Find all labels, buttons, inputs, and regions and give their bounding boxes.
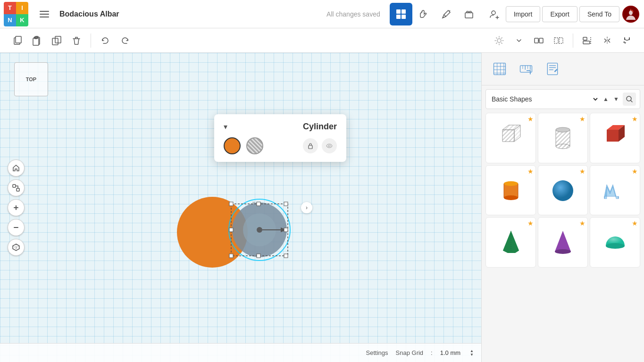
- group-btn[interactable]: [529, 31, 548, 50]
- svg-rect-45: [284, 202, 288, 206]
- tinkercad-logo[interactable]: T I N K: [4, 2, 28, 26]
- shape-star-6: ★: [632, 168, 638, 175]
- undo-btn[interactable]: [96, 31, 115, 50]
- svg-rect-18: [33, 38, 39, 45]
- sort-up-btn[interactable]: ▲: [601, 94, 611, 104]
- build-tool-btn[interactable]: [435, 3, 458, 25]
- duplicate-btn[interactable]: [47, 31, 66, 50]
- logo-t: T: [4, 2, 16, 14]
- user-avatar: [622, 6, 639, 23]
- shapes-grid: ★: [485, 113, 640, 268]
- visibility-btn[interactable]: [322, 138, 337, 153]
- shape-visual-7: [494, 226, 527, 259]
- svg-rect-48: [257, 202, 260, 206]
- svg-rect-6: [401, 15, 406, 19]
- snap-grid-value: 1.0 mm: [440, 349, 460, 356]
- shape-pyramid-green[interactable]: ★: [485, 217, 536, 268]
- user-avatar-area[interactable]: [621, 5, 640, 24]
- ungroup-btn[interactable]: [549, 31, 568, 50]
- shape-visual-6: [599, 174, 632, 207]
- project-name[interactable]: Bodacious Albar: [59, 10, 119, 18]
- snap-grid-label: Snap Grid: [396, 349, 424, 356]
- svg-rect-25: [554, 38, 558, 43]
- shape-sphere-teal[interactable]: ★: [538, 165, 588, 216]
- svg-marker-95: [503, 231, 519, 253]
- redo-btn[interactable]: [116, 31, 134, 50]
- canvas-shapes[interactable]: _: [165, 176, 316, 281]
- hamburger-menu[interactable]: [33, 3, 56, 25]
- svg-rect-49: [257, 254, 260, 258]
- hole-color-swatch[interactable]: [246, 137, 263, 154]
- mirror-btn[interactable]: [598, 31, 617, 50]
- sort-down-btn[interactable]: ▼: [611, 94, 621, 104]
- 3d-view-btn[interactable]: [8, 239, 25, 256]
- grid-view-btn[interactable]: [390, 3, 412, 25]
- svg-point-40: [257, 227, 262, 233]
- view-tools: [490, 31, 636, 50]
- canvas-area[interactable]: TOP: [0, 53, 481, 362]
- light-btn[interactable]: [490, 31, 509, 50]
- svg-rect-28: [583, 41, 590, 44]
- more-shapes-arrow[interactable]: ›: [301, 202, 312, 213]
- solid-color-swatch[interactable]: [224, 137, 241, 154]
- right-panel: Basic Shapes ▲ ▼ ★: [481, 53, 644, 362]
- shape-text-3d[interactable]: ★: [590, 165, 640, 216]
- view-cube[interactable]: TOP: [14, 62, 52, 100]
- top-navigation: T I N K Bodacious Albar All changes save…: [0, 0, 644, 28]
- svg-rect-7: [465, 13, 473, 18]
- shape-box-stripes[interactable]: ★: [485, 113, 536, 163]
- notes-btn[interactable]: [540, 57, 565, 81]
- left-controls: [8, 160, 25, 256]
- toolbar-sep-2: [573, 34, 573, 48]
- shape-cylinder-orange[interactable]: ★: [485, 165, 536, 216]
- add-user-btn[interactable]: [484, 3, 504, 25]
- shape-cone-purple[interactable]: ★: [538, 217, 588, 268]
- svg-rect-1: [40, 14, 49, 15]
- snap-grid-stepper[interactable]: ▲ ▼: [470, 349, 474, 357]
- shape-star-1: ★: [527, 115, 534, 123]
- svg-point-22: [497, 39, 501, 42]
- main-content: TOP: [0, 53, 644, 362]
- shape-cube-red[interactable]: ★: [590, 113, 640, 163]
- view-cube-label[interactable]: TOP: [14, 62, 48, 96]
- shape-visual-3: [599, 121, 632, 154]
- brick-tool-btn[interactable]: [458, 3, 480, 25]
- export-btn[interactable]: Export: [542, 6, 577, 22]
- svg-rect-4: [401, 9, 406, 14]
- align-btn[interactable]: [578, 31, 597, 50]
- snap-down-arrow[interactable]: ▼: [470, 353, 474, 357]
- hand-tool-btn[interactable]: [412, 3, 435, 25]
- shape-star-8: ★: [579, 219, 585, 227]
- settings-label[interactable]: Settings: [366, 349, 388, 356]
- shape-visual-2: [546, 121, 579, 154]
- shape-visual-8: [546, 226, 579, 259]
- svg-marker-85: [607, 130, 619, 142]
- shape-star-5: ★: [579, 168, 585, 175]
- zoom-out-btn[interactable]: [8, 219, 25, 236]
- copy-btn[interactable]: [8, 31, 26, 50]
- dropdown-btn[interactable]: [510, 31, 528, 50]
- svg-rect-29: [13, 185, 16, 187]
- home-view-btn[interactable]: [8, 160, 25, 177]
- svg-rect-50: [229, 228, 233, 232]
- ruler-btn[interactable]: [514, 57, 538, 81]
- import-btn[interactable]: Import: [506, 6, 541, 22]
- paste-btn[interactable]: [27, 31, 46, 50]
- fit-view-btn[interactable]: [8, 179, 25, 196]
- send-to-btn[interactable]: Send To: [579, 6, 619, 22]
- popup-chevron[interactable]: ▾: [224, 122, 227, 131]
- library-category-select[interactable]: Basic Shapes: [490, 95, 599, 103]
- svg-rect-51: [284, 228, 288, 232]
- workplane-btn[interactable]: [487, 57, 512, 81]
- shape-library[interactable]: Basic Shapes ▲ ▼ ★: [482, 85, 644, 362]
- delete-btn[interactable]: [67, 31, 86, 50]
- library-search-btn[interactable]: [623, 93, 636, 106]
- shape-cylinder-stripes[interactable]: ★: [538, 113, 588, 163]
- shape-star-9: ★: [632, 219, 638, 227]
- magnet-btn[interactable]: [618, 31, 636, 50]
- zoom-in-btn[interactable]: [8, 199, 25, 216]
- lock-btn[interactable]: [303, 138, 318, 153]
- svg-rect-9: [469, 11, 471, 13]
- shape-half-sphere-teal[interactable]: ★: [590, 217, 640, 268]
- library-search-bar: Basic Shapes ▲ ▼: [485, 89, 640, 109]
